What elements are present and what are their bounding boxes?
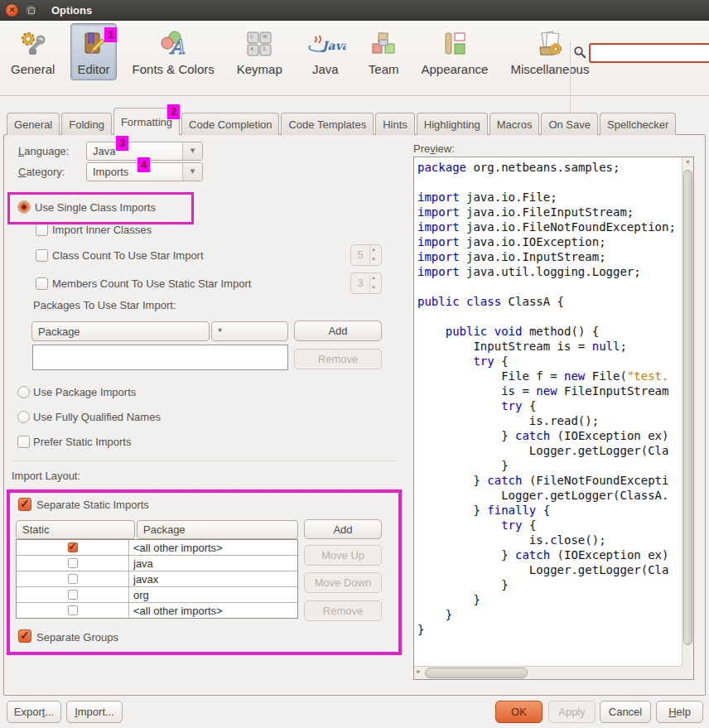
checkbox-members-count-static-star-import[interactable] [36, 277, 48, 290]
star-add-button[interactable]: Add [294, 321, 382, 341]
toolbar-item-fonts-colors[interactable]: AFonts & Colors [126, 23, 221, 80]
package-cell: javax [129, 573, 297, 586]
code-line: } [417, 577, 682, 592]
restore-icon[interactable] [24, 3, 38, 17]
class-count-star-import-label: Class Count To Use Star Import [52, 249, 204, 262]
spinner-down-icon[interactable] [370, 255, 381, 265]
static-cell [17, 571, 129, 586]
tab-macros[interactable]: Macros [490, 113, 540, 135]
layout-remove-button[interactable]: Remove [304, 600, 382, 621]
titlebar: Options [0, 0, 709, 21]
row-checkbox[interactable] [68, 558, 78, 568]
vertical-scrollbar-thumb[interactable] [683, 170, 692, 645]
vertical-scrollbar[interactable] [682, 157, 693, 666]
toolbar-divider [570, 41, 571, 113]
code-line: } finally { [417, 503, 682, 518]
row-checkbox[interactable] [68, 574, 78, 584]
code-line: } [417, 458, 682, 473]
help-button[interactable]: Help [656, 701, 703, 723]
layout-table-header-package[interactable]: Package [137, 520, 298, 539]
checkbox-separate-static-imports[interactable] [18, 498, 31, 511]
spinner-down-icon[interactable] [370, 283, 381, 293]
tab-folding[interactable]: Folding [61, 113, 112, 135]
code-line: is.read(); [417, 413, 682, 428]
tab-on-save[interactable]: On Save [541, 113, 598, 135]
radio-use-single-class-imports[interactable] [17, 200, 31, 214]
search-icon [573, 46, 586, 62]
spinner-up-icon[interactable] [370, 245, 381, 255]
options-dialog: Options GeneralEditorAFonts & ColorsCWAS… [0, 0, 709, 728]
code-line: public void method() { [417, 324, 682, 339]
code-line: } catch (FileNotFoundExcepti [417, 473, 682, 488]
star-table-header-asterisk[interactable]: * [211, 321, 288, 341]
general-icon [19, 28, 47, 60]
tabstrip: GeneralFoldingFormattingCode CompletionC… [7, 108, 678, 135]
java-icon: Java [305, 28, 346, 60]
horizontal-scrollbar-thumb[interactable] [425, 668, 528, 678]
cancel-button[interactable]: Cancel [600, 701, 651, 723]
export-button[interactable]: Export... [7, 701, 61, 723]
import-layout-table[interactable]: <all other imports>javajavaxorg<all othe… [16, 539, 298, 619]
layout-table-header-static[interactable]: Static [16, 520, 135, 539]
members-count-spinner[interactable]: 3 [350, 272, 382, 294]
radio-use-fully-qualified-names[interactable] [17, 411, 30, 423]
tab-formatting[interactable]: Formatting [113, 108, 180, 135]
layout-add-button[interactable]: Add [304, 519, 382, 539]
tab-code-templates[interactable]: Code Templates [281, 113, 374, 135]
tab-spellchecker[interactable]: Spellchecker [600, 113, 676, 135]
use-fully-qualified-names-label: Use Fully Qualified Names [33, 411, 161, 423]
checkbox-import-inner-classes[interactable] [36, 224, 48, 236]
star-table-header-package[interactable]: Package [31, 321, 210, 341]
row-checkbox[interactable] [68, 542, 78, 552]
code-line [417, 175, 682, 190]
language-dropdown[interactable]: Java [86, 142, 203, 161]
ok-button[interactable]: OK [495, 701, 543, 723]
spinner-up-icon[interactable] [370, 273, 381, 283]
table-row[interactable]: javax [17, 571, 297, 587]
import-button[interactable]: Import... [66, 701, 123, 723]
checkbox-separate-groups[interactable] [18, 629, 31, 643]
table-row[interactable]: org [17, 587, 297, 603]
row-checkbox[interactable] [68, 605, 78, 615]
table-row[interactable]: java [17, 556, 297, 571]
apply-button[interactable]: Apply [548, 701, 596, 723]
category-dropdown[interactable]: Imports [86, 162, 203, 181]
checkbox-class-count-star-import[interactable] [36, 249, 48, 262]
star-remove-button[interactable]: Remove [294, 349, 382, 369]
toolbar-item-java[interactable]: JavaJava [298, 23, 353, 80]
horizontal-scrollbar[interactable] [414, 666, 682, 679]
toolbar-item-appearance[interactable]: Appearance [414, 23, 494, 80]
tab-general[interactable]: General [7, 113, 60, 135]
table-row[interactable]: <all other imports> [17, 540, 297, 556]
radio-use-package-imports[interactable] [17, 386, 30, 398]
tab-code-completion[interactable]: Code Completion [181, 113, 279, 135]
tab-highlighting[interactable]: Highlighting [417, 113, 488, 135]
code-line: } [417, 592, 682, 607]
code-line: is.close(); [417, 533, 682, 547]
row-checkbox[interactable] [68, 590, 78, 600]
layout-move-down-button[interactable]: Move Down [304, 572, 382, 593]
toolbar-item-keymap[interactable]: CWASKeymap [230, 23, 289, 80]
tab-hints[interactable]: Hints [375, 113, 415, 135]
star-import-table[interactable] [32, 345, 288, 370]
toolbar-item-general[interactable]: General [4, 23, 61, 80]
code-line: try { [417, 354, 682, 369]
table-row[interactable]: <all other imports> [17, 603, 297, 618]
separate-groups-label: Separate Groups [36, 631, 118, 644]
search-input[interactable] [589, 43, 709, 63]
toolbar-item-team[interactable]: Team [362, 23, 406, 80]
chevron-down-icon [182, 142, 202, 160]
fonts-colors-icon: A [158, 28, 188, 60]
miscellaneous-icon [535, 28, 565, 60]
checkbox-prefer-static-imports[interactable] [17, 436, 30, 448]
scrollbar-corner [682, 666, 693, 679]
preview-code[interactable]: package org.netbeans.samples; import jav… [414, 157, 682, 666]
class-count-spinner[interactable]: 5 [350, 244, 382, 266]
close-icon[interactable] [5, 3, 19, 17]
toolbar-item-editor[interactable]: Editor [70, 23, 116, 80]
layout-move-up-button[interactable]: Move Up [304, 545, 382, 566]
members-count-static-star-import-label: Members Count To Use Static Star Import [52, 277, 251, 290]
toolbar-item-label: Appearance [421, 62, 488, 76]
toolbar-item-label: Editor [77, 62, 109, 76]
svg-text:Java: Java [321, 39, 346, 52]
